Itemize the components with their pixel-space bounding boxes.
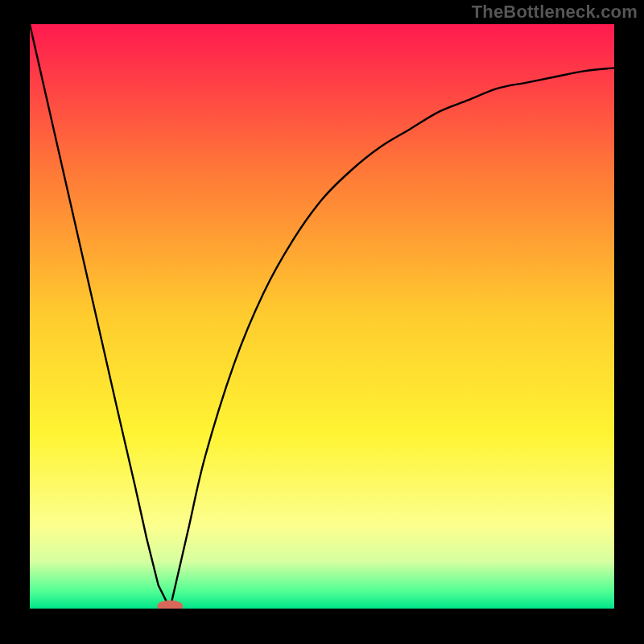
watermark-text: TheBottleneck.com xyxy=(472,2,638,23)
chart-frame: TheBottleneck.com xyxy=(0,0,644,644)
chart-svg xyxy=(30,24,614,609)
gradient-bg xyxy=(30,24,614,609)
plot-area xyxy=(30,24,614,609)
